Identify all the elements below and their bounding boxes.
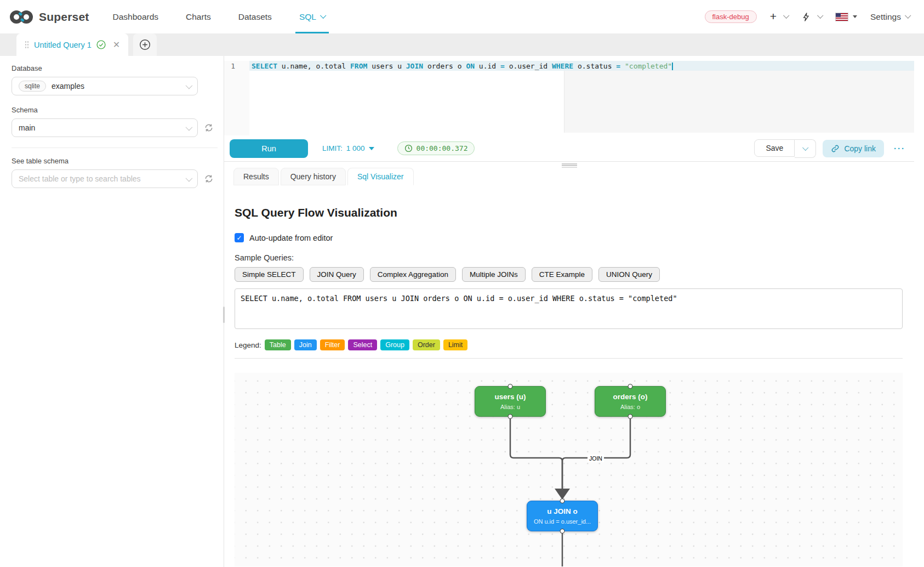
- sample-button-simple-select[interactable]: Simple SELECT: [235, 267, 304, 282]
- chevron-down-icon: [186, 123, 191, 132]
- editor-print-margin: [564, 71, 914, 133]
- legend-label: Legend:: [235, 341, 261, 349]
- sample-button-complex-aggregation[interactable]: Complex Aggregation: [370, 267, 456, 282]
- legend-chip-join: Join: [294, 339, 317, 350]
- sql-token: u.id: [475, 62, 500, 70]
- database-select[interactable]: sqlite examples: [12, 77, 198, 95]
- query-saved-check-icon: [96, 40, 106, 49]
- link-icon: [831, 144, 840, 153]
- nav-item-datasets[interactable]: Datasets: [225, 0, 286, 33]
- sql-input-textarea[interactable]: SELECT u.name, o.total FROM users u JOIN…: [235, 288, 903, 329]
- edge-label: JOIN: [588, 455, 604, 462]
- run-button[interactable]: Run: [230, 139, 308, 158]
- refresh-tables-icon[interactable]: [204, 174, 214, 184]
- sql-visualizer-pane: SQL Query Flow Visualization Auto-update…: [224, 185, 903, 566]
- node-handle-bottom[interactable]: [628, 414, 633, 419]
- sample-button-join-query[interactable]: JOIN Query: [310, 267, 364, 282]
- close-icon[interactable]: ✕: [113, 41, 120, 49]
- top-nav: Superset DashboardsChartsDatasetsSQL fla…: [0, 0, 924, 33]
- new-item-menu[interactable]: +: [770, 12, 788, 22]
- flow-node-users[interactable]: users (u)Alias: u: [475, 386, 546, 417]
- nav-item-label: Dashboards: [112, 12, 158, 22]
- flow-node-orders[interactable]: orders (o)Alias: o: [595, 386, 666, 417]
- chevron-down-icon: [186, 82, 191, 90]
- result-tabs: ResultsQuery historySql Visualizer: [224, 168, 914, 185]
- limit-value: 1 000: [346, 144, 365, 152]
- edge-users-join: [510, 417, 562, 489]
- node-handle-bottom[interactable]: [560, 529, 565, 534]
- nav-item-label: Datasets: [238, 12, 272, 22]
- node-handle-top[interactable]: [508, 384, 513, 389]
- language-picker[interactable]: [835, 13, 857, 21]
- auto-update-checkbox[interactable]: [235, 233, 244, 242]
- table-select[interactable]: Select table or type to search tables: [12, 169, 198, 188]
- nav-item-label: Charts: [186, 12, 211, 22]
- sql-token: JOIN: [406, 62, 423, 70]
- more-options-button[interactable]: ···: [891, 144, 909, 153]
- copy-link-button[interactable]: Copy link: [823, 140, 884, 157]
- node-handle-top[interactable]: [628, 384, 633, 389]
- query-tab-title: Untitled Query 1: [34, 41, 92, 49]
- text-cursor: [672, 63, 673, 70]
- superset-brand[interactable]: Superset: [9, 9, 89, 25]
- sql-token: o.status: [573, 62, 616, 70]
- sql-token: =: [616, 62, 620, 70]
- nav-right: flask-debug + Settings: [705, 10, 910, 23]
- schema-select[interactable]: main: [12, 118, 198, 137]
- refresh-schema-icon[interactable]: [204, 123, 214, 133]
- node-handle-top[interactable]: [560, 498, 565, 503]
- chevron-down-icon: [186, 174, 191, 183]
- sql-token: SELECT: [252, 62, 277, 70]
- chevron-down-icon: [802, 144, 808, 150]
- caret-down-icon: [369, 147, 374, 150]
- tab-results[interactable]: Results: [233, 168, 279, 185]
- sql-token: ON: [466, 62, 475, 70]
- legend-row: Legend: TableJoinFilterSelectGroupOrderL…: [235, 339, 903, 350]
- sample-button-multiple-joins[interactable]: Multiple JOINs: [462, 267, 526, 282]
- nav-item-charts[interactable]: Charts: [172, 0, 225, 33]
- sql-lab-page: Superset DashboardsChartsDatasetsSQL fla…: [0, 0, 924, 567]
- nav-item-dashboards[interactable]: Dashboards: [99, 0, 172, 33]
- new-tab-button[interactable]: [133, 33, 157, 56]
- nav-item-sql[interactable]: SQL: [286, 0, 339, 33]
- settings-menu[interactable]: Settings: [870, 12, 910, 22]
- sql-token: WHERE: [552, 62, 573, 70]
- panel-resize-handle[interactable]: [223, 307, 225, 323]
- limit-label: LIMIT:: [322, 144, 343, 152]
- lightning-icon: [801, 12, 811, 22]
- line-number: 1: [231, 62, 235, 70]
- superset-logo-icon: [9, 9, 34, 25]
- pane-splitter[interactable]: [224, 162, 914, 168]
- sql-token: [620, 62, 625, 70]
- flow-canvas[interactable]: JOIN users (u)Alias: uorders (o)Alias: o…: [235, 373, 903, 566]
- schema-value: main: [19, 123, 35, 132]
- sample-button-union-query[interactable]: UNION Query: [598, 267, 660, 282]
- edge-orders-join: [562, 417, 630, 489]
- flow-edges: [235, 373, 903, 566]
- limit-dropdown[interactable]: LIMIT: 1 000: [322, 144, 374, 152]
- node-title: orders (o): [595, 393, 665, 401]
- query-tab[interactable]: Untitled Query 1 ✕: [16, 33, 128, 56]
- page-title: SQL Query Flow Visualization: [235, 206, 903, 219]
- drag-handle-icon[interactable]: [25, 41, 29, 49]
- tab-sql-visualizer[interactable]: Sql Visualizer: [347, 168, 414, 185]
- sample-button-cte-example[interactable]: CTE Example: [532, 267, 592, 282]
- tab-query-history[interactable]: Query history: [281, 168, 346, 185]
- query-search-menu[interactable]: [801, 12, 822, 22]
- save-button[interactable]: Save: [754, 139, 795, 157]
- sql-editor[interactable]: 1 SELECT u.name, o.total FROM users u JO…: [224, 61, 914, 135]
- database-value: examples: [52, 82, 84, 90]
- query-timer: 00:00:00.372: [397, 141, 475, 155]
- us-flag-icon: [835, 13, 848, 21]
- save-options-button[interactable]: [795, 139, 816, 158]
- legend-chip-group: Group: [380, 339, 409, 350]
- table-schema-label: See table schema: [12, 157, 218, 165]
- node-handle-bottom[interactable]: [508, 414, 513, 419]
- flow-node-join[interactable]: u JOIN oON u.id = o.user_id...: [527, 501, 598, 531]
- plus-icon: +: [770, 10, 777, 22]
- chevron-down-icon: [320, 13, 326, 19]
- chevron-down-icon: [817, 13, 823, 19]
- copy-link-label: Copy link: [844, 144, 876, 153]
- sidebar-divider: [12, 148, 218, 148]
- brand-name: Superset: [39, 10, 89, 24]
